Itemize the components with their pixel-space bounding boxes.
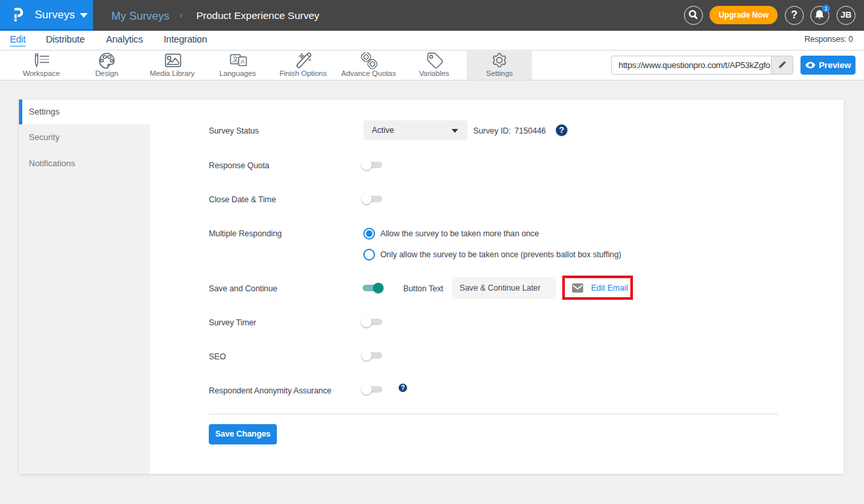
svg-text:A: A xyxy=(240,58,244,65)
svg-text:文: 文 xyxy=(232,55,239,63)
